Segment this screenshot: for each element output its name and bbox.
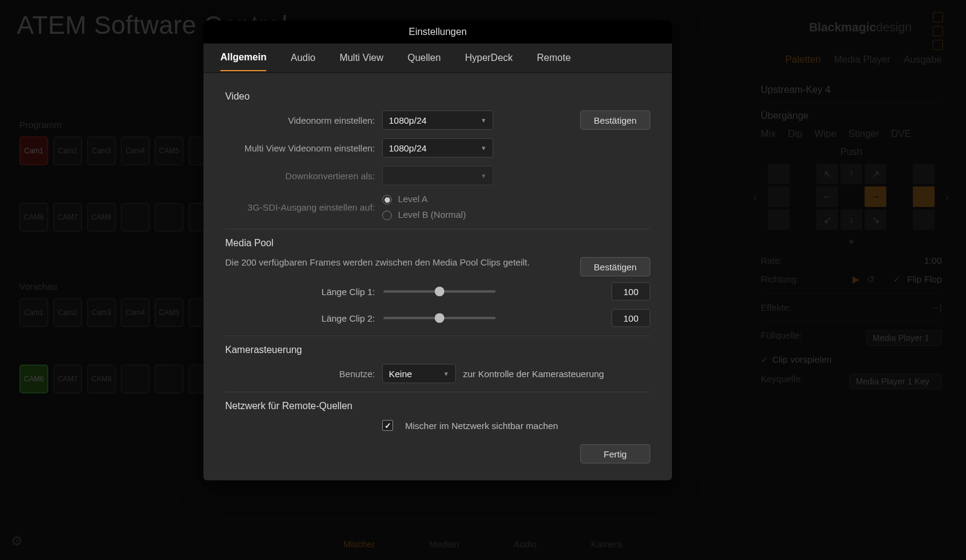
camera-use-dropdown[interactable]: Keine ▼ <box>382 364 456 383</box>
tab-multiview[interactable]: Multi View <box>339 52 383 71</box>
video-confirm-button[interactable]: Bestätigen <box>580 110 650 130</box>
sdi-options: Level A Level B (Normal) <box>382 194 466 220</box>
modal-footer: Fertig <box>203 444 672 480</box>
clip1-label: Länge Clip 1: <box>225 287 375 297</box>
clip2-slider[interactable] <box>383 317 496 319</box>
tab-audio-settings[interactable]: Audio <box>290 52 315 71</box>
radio-level-a[interactable] <box>382 195 392 205</box>
chevron-down-icon: ▼ <box>481 145 487 151</box>
camera-use-suffix: zur Kontrolle der Kamerasteuerung <box>463 369 604 379</box>
downconvert-label: Downkonvertieren als: <box>225 171 375 181</box>
network-heading: Netzwerk für Remote-Quellen <box>225 401 650 412</box>
tab-hyperdeck[interactable]: HyperDeck <box>465 52 513 71</box>
sdi-label: 3G-SDI-Ausgang einstellen auf: <box>225 202 375 212</box>
radio-level-a-label: Level A <box>398 194 427 204</box>
modal-tab-bar: Allgemein Audio Multi View Quellen Hyper… <box>203 43 672 73</box>
chevron-down-icon: ▼ <box>481 173 487 179</box>
tab-remote[interactable]: Remote <box>537 52 571 71</box>
video-std-value: 1080p/24 <box>389 115 427 126</box>
video-std-label: Videonorm einstellen: <box>225 115 375 126</box>
mediapool-desc: Die 200 verfügbaren Frames werden zwisch… <box>225 257 573 267</box>
network-visible-checkbox[interactable] <box>382 420 393 431</box>
video-heading: Video <box>225 91 650 102</box>
camera-heading: Kamerasteuerung <box>225 345 650 355</box>
network-visible-label: Mischer im Netzwerk sichtbar machen <box>405 421 558 431</box>
camera-use-value: Keine <box>389 369 412 379</box>
modal-title: Einstellungen <box>203 21 672 43</box>
clip1-slider[interactable] <box>383 290 496 293</box>
chevron-down-icon: ▼ <box>481 117 487 124</box>
downconvert-dropdown[interactable]: ▼ <box>382 166 493 185</box>
chevron-down-icon: ▼ <box>443 371 449 377</box>
radio-level-b[interactable] <box>382 211 392 220</box>
mv-std-value: 1080p/24 <box>389 143 427 153</box>
modal-body: Video Videonorm einstellen: 1080p/24 ▼ B… <box>203 73 672 444</box>
tab-allgemein[interactable]: Allgemein <box>220 52 266 71</box>
tab-quellen[interactable]: Quellen <box>408 52 441 71</box>
radio-level-b-label: Level B (Normal) <box>398 209 466 220</box>
settings-modal: Einstellungen Allgemein Audio Multi View… <box>203 21 672 480</box>
video-std-dropdown[interactable]: 1080p/24 ▼ <box>382 110 493 130</box>
clip1-value[interactable]: 100 <box>612 282 650 301</box>
camera-use-label: Benutze: <box>225 369 375 379</box>
done-button[interactable]: Fertig <box>580 444 650 463</box>
clip2-label: Länge Clip 2: <box>225 313 375 323</box>
mediapool-heading: Media Pool <box>225 238 650 249</box>
mv-std-label: Multi View Videonorm einstellen: <box>225 143 375 153</box>
mv-std-dropdown[interactable]: 1080p/24 ▼ <box>382 138 493 158</box>
mediapool-confirm-button[interactable]: Bestätigen <box>580 257 650 276</box>
clip2-value[interactable]: 100 <box>612 309 650 327</box>
